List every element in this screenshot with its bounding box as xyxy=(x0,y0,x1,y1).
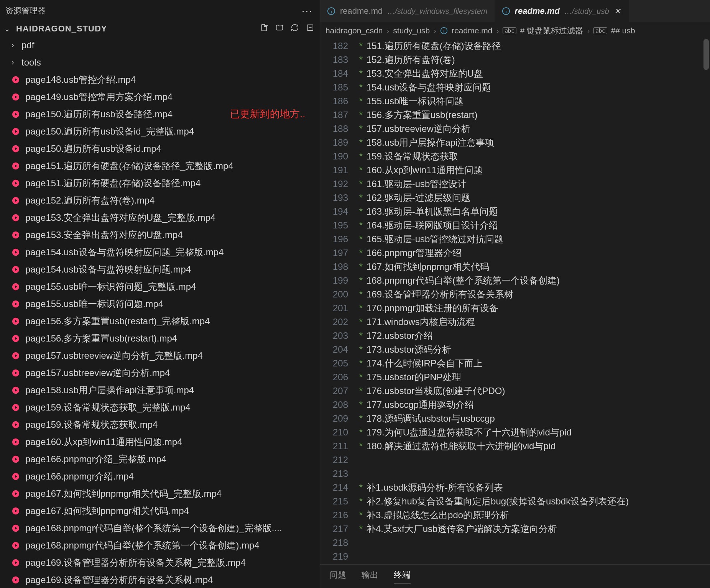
video-file-icon xyxy=(12,507,20,515)
folder-pdf[interactable]: ›pdf xyxy=(0,36,320,54)
code-line[interactable]: *160.从xp到win11通用性问题 xyxy=(357,163,710,177)
code-line[interactable]: *178.源码调试usbstor与usbccgp xyxy=(357,412,710,425)
code-line[interactable]: *167.如何找到pnpmgr相关代码 xyxy=(357,260,710,274)
file-item[interactable]: page153.安全弹出盘符对应的U盘.mp4 xyxy=(0,226,320,243)
editor[interactable]: 1821831841851861871881891901911921931941… xyxy=(320,39,710,564)
panel-tab-问题[interactable]: 问题 xyxy=(329,569,346,583)
code-line[interactable]: *174.什么时候IRP会自下而上 xyxy=(357,356,710,370)
file-item[interactable]: page166.pnpmgr介绍_完整版.mp4 xyxy=(0,450,320,468)
code-line[interactable]: *177.usbccgp通用驱动介绍 xyxy=(357,398,710,412)
code-line[interactable] xyxy=(357,467,710,481)
code-line[interactable]: *169.设备管理器分析所有设备关系树 xyxy=(357,287,710,301)
file-item[interactable]: page153.安全弹出盘符对应的U盘_完整版.mp4 xyxy=(0,209,320,226)
file-item[interactable]: page166.pnpmgr介绍.mp4 xyxy=(0,468,320,485)
code-line[interactable]: *152.遍历所有盘符(卷) xyxy=(357,53,710,67)
video-file-icon xyxy=(12,145,20,153)
scrollbar-thumb[interactable] xyxy=(703,39,709,70)
breadcrumb[interactable]: haidragon_csdn›study_usb›readme.md›abc# … xyxy=(320,22,710,39)
breadcrumb-segment[interactable]: study_usb xyxy=(393,26,430,35)
list-marker-icon: * xyxy=(359,441,363,451)
code-line[interactable]: *170.pnpmgr加载注册的所有设备 xyxy=(357,301,710,315)
code-line[interactable]: *172.usbstor介绍 xyxy=(357,329,710,343)
editor-tab[interactable]: readme.md…/study_windows_filesystem xyxy=(320,0,495,22)
list-marker-icon: * xyxy=(359,386,363,396)
file-item[interactable]: page167.如何找到pnpmgr相关代码_完整版.mp4 xyxy=(0,485,320,502)
line-number: 219 xyxy=(320,550,348,563)
video-file-icon xyxy=(12,300,20,308)
file-item[interactable]: page169.设备管理器分析所有设备关系树.mp4 xyxy=(0,571,320,588)
editor-tab[interactable]: readme.md…/study_usb✕ xyxy=(495,0,629,22)
file-item[interactable]: page150.遍历所有usb设备id.mp4 xyxy=(0,140,320,157)
collapse-icon[interactable] xyxy=(306,23,314,34)
panel-tab-输出[interactable]: 输出 xyxy=(362,569,378,583)
code-line[interactable]: *161.驱动层-usb管控设计 xyxy=(357,177,710,191)
file-item[interactable]: page151.遍历所有硬盘(存储)设备路径.mp4 xyxy=(0,174,320,192)
code-line[interactable]: *168.pnpmgr代码自举(整个系统第一个设备创建) xyxy=(357,274,710,287)
file-item[interactable]: page169.设备管理器分析所有设备关系树_完整版.mp4 xyxy=(0,554,320,571)
code-line[interactable]: *163.驱动层-单机版黑白名单问题 xyxy=(357,205,710,218)
file-item[interactable]: page148.usb管控介绍.mp4 xyxy=(0,71,320,88)
more-icon[interactable]: ··· xyxy=(302,5,313,17)
code-line[interactable] xyxy=(357,453,710,467)
file-item[interactable]: page149.usb管控常用方案介绍.mp4 xyxy=(0,88,320,105)
file-item[interactable]: page156.多方案重置usb(restart)_完整版.mp4 xyxy=(0,312,320,330)
file-item[interactable]: page159.设备常规状态获取.mp4 xyxy=(0,416,320,433)
code-line[interactable]: *175.usbstor的PNP处理 xyxy=(357,370,710,384)
file-item[interactable]: page160.从xp到win11通用性问题.mp4 xyxy=(0,433,320,450)
new-file-icon[interactable] xyxy=(260,23,268,34)
code-line[interactable]: *162.驱动层-过滤层级问题 xyxy=(357,191,710,205)
code-line[interactable]: *158.usb用户层操作api注意事项 xyxy=(357,136,710,149)
code-line[interactable]: *173.usbstor源码分析 xyxy=(357,343,710,356)
breadcrumb-segment[interactable]: haidragon_csdn xyxy=(325,26,383,35)
new-folder-icon[interactable] xyxy=(275,23,284,34)
file-name: page153.安全弹出盘符对应的U盘_完整版.mp4 xyxy=(25,212,215,224)
code-line[interactable]: *151.遍历所有硬盘(存储)设备路径 xyxy=(357,39,710,53)
breadcrumb-segment[interactable]: readme.md xyxy=(452,26,492,35)
file-item[interactable]: page158.usb用户层操作api注意事项.mp4 xyxy=(0,381,320,399)
file-item[interactable]: page154.usb设备与盘符映射应问题.mp4 xyxy=(0,261,320,278)
project-header[interactable]: ⌄ HAIDRAGON_STUDY xyxy=(0,21,320,36)
close-icon[interactable]: ✕ xyxy=(614,7,621,16)
file-name: page169.设备管理器分析所有设备关系树.mp4 xyxy=(25,574,213,586)
code-line[interactable]: *补4.某sxf大厂usb透传客户端解决方案逆向分析 xyxy=(357,522,710,536)
code-line[interactable]: *176.usbstor当栈底(创建子代PDO) xyxy=(357,384,710,398)
file-item[interactable]: page157.usbtreeview逆向分析.mp4 xyxy=(0,364,320,381)
file-item[interactable]: page154.usb设备与盘符映射应问题_完整版.mp4 xyxy=(0,243,320,261)
file-item[interactable]: page157.usbtreeview逆向分析_完整版.mp4 xyxy=(0,347,320,364)
code-line[interactable]: *补3.虚拟总线怎么出pdo的原理分析 xyxy=(357,508,710,522)
code-line[interactable]: *164.驱动层-联网版项目设计介绍 xyxy=(357,218,710,232)
code-line[interactable]: *153.安全弹出盘符对应的U盘 xyxy=(357,67,710,80)
code-line[interactable] xyxy=(357,550,710,563)
file-item[interactable]: page156.多方案重置usb(restart).mp4 xyxy=(0,330,320,347)
file-item[interactable]: page155.usb唯一标识符问题_完整版.mp4 xyxy=(0,278,320,295)
breadcrumb-segment[interactable]: ## usb xyxy=(611,26,635,35)
code-line[interactable]: *154.usb设备与盘符映射应问题 xyxy=(357,80,710,94)
code-line[interactable]: *156.多方案重置usb(restart) xyxy=(357,108,710,122)
breadcrumb-segment[interactable]: # 键盘鼠标过滤器 xyxy=(520,25,583,36)
refresh-icon[interactable] xyxy=(291,23,299,34)
file-item[interactable]: page168.pnpmgr代码自举(整个系统第一个设备创建).mp4 xyxy=(0,537,320,554)
file-item[interactable]: page167.如何找到pnpmgr相关代码.mp4 xyxy=(0,502,320,519)
code-line[interactable]: *180.解决通过盘符也能获取十六进制的vid与pid xyxy=(357,439,710,453)
code-line[interactable] xyxy=(357,536,710,550)
file-item[interactable]: page151.遍历所有硬盘(存储)设备路径_完整版.mp4 xyxy=(0,157,320,174)
code-line[interactable]: *补2.修复hub复合设备重向定后bug(拔掉设备usbdk设备列表还在) xyxy=(357,494,710,508)
folder-tools[interactable]: ›tools xyxy=(0,54,320,71)
file-item[interactable]: page168.pnpmgr代码自举(整个系统第一个设备创建)_完整版.... xyxy=(0,519,320,537)
code-line[interactable]: *171.windows内核启动流程 xyxy=(357,315,710,329)
code-line[interactable]: *165.驱动层-usb管控绕过对抗问题 xyxy=(357,232,710,246)
code-line[interactable]: *补1.usbdk源码分析-所有设备列表 xyxy=(357,481,710,494)
code-line[interactable]: *159.设备常规状态获取 xyxy=(357,149,710,163)
video-file-icon xyxy=(12,334,20,343)
editor-content[interactable]: *151.遍历所有硬盘(存储)设备路径 *152.遍历所有盘符(卷) *153.… xyxy=(357,39,710,564)
file-item[interactable]: page155.usb唯一标识符问题.mp4 xyxy=(0,295,320,312)
panel-tab-终端[interactable]: 终端 xyxy=(394,569,411,583)
code-line[interactable]: *155.usb唯一标识符问题 xyxy=(357,94,710,108)
file-item[interactable]: page152.遍历所有盘符(卷).mp4 xyxy=(0,192,320,209)
code-line[interactable]: *179.为何U盘通过盘符获取不了十六进制的vid与pid xyxy=(357,425,710,439)
code-line[interactable]: *166.pnpmgr管理器介绍 xyxy=(357,246,710,260)
line-number: 216 xyxy=(320,508,348,522)
file-item[interactable]: page150.遍历所有usb设备id_完整版.mp4 xyxy=(0,123,320,140)
code-line[interactable]: *157.usbtreeview逆向分析 xyxy=(357,122,710,136)
file-item[interactable]: page159.设备常规状态获取_完整版.mp4 xyxy=(0,399,320,416)
